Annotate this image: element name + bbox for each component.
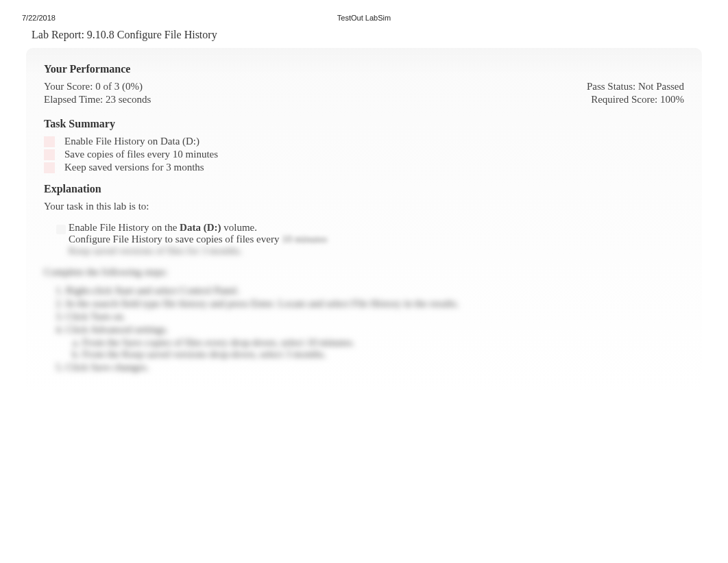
bullet-item: Enable File History on the Data (D:) vol… <box>56 222 684 257</box>
bullet-text: volume. <box>221 222 257 233</box>
explanation-bullets: Enable File History on the Data (D:) vol… <box>56 222 684 257</box>
your-score: Your Score: 0 of 3 (0%) <box>44 81 143 92</box>
step-item: Click Save changes. <box>66 362 684 373</box>
header-app-name: TestOut LabSim <box>337 14 391 22</box>
bullet-text: Enable File History on the <box>69 222 180 233</box>
required-score: Required Score: 100% <box>591 94 684 105</box>
performance-row-2: Elapsed Time: 23 seconds Required Score:… <box>44 94 684 105</box>
step-item: In the search field type file history an… <box>66 298 684 310</box>
fail-icon <box>44 136 55 147</box>
step-item: Click Turn on. <box>66 311 684 323</box>
elapsed-time: Elapsed Time: 23 seconds <box>44 94 151 105</box>
task-item: Enable File History on Data (D:) <box>44 136 684 147</box>
task-text: Save copies of files every 10 minutes <box>64 149 218 160</box>
substeps-list: From the Save copies of files every drop… <box>82 337 684 360</box>
steps-list: Right-click Start and select Control Pan… <box>66 285 684 373</box>
blurred-steps-area: Complete the following steps: Right-clic… <box>44 266 684 373</box>
substep-item: From the Save copies of files every drop… <box>82 337 684 349</box>
explanation-heading: Explanation <box>44 183 684 195</box>
lab-report-title: Lab Report: 9.10.8 Configure File Histor… <box>32 29 728 41</box>
blurred-text: 10 minutes <box>282 234 327 245</box>
fail-icon <box>44 149 55 160</box>
performance-heading: Your Performance <box>44 63 684 75</box>
bullet-bold: Data (D:) <box>180 222 221 233</box>
step-item: Click Advanced settings. From the Save c… <box>66 324 684 360</box>
pass-status: Pass Status: Not Passed <box>587 81 684 92</box>
page-header: 7/22/2018 TestOut LabSim <box>0 0 728 22</box>
task-list: Enable File History on Data (D:) Save co… <box>44 136 684 173</box>
report-content: Your Performance Your Score: 0 of 3 (0%)… <box>26 48 702 395</box>
bullet-icon <box>56 225 66 234</box>
blurred-text: Keep saved versions of files for 3 month… <box>69 245 684 257</box>
substep-item: From the Keep saved versions drop-down, … <box>82 349 684 360</box>
steps-heading: Complete the following steps: <box>44 266 684 278</box>
task-text: Enable File History on Data (D:) <box>64 136 199 147</box>
header-date: 7/22/2018 <box>22 14 56 22</box>
fail-icon <box>44 162 55 173</box>
task-summary-heading: Task Summary <box>44 118 684 130</box>
task-item: Save copies of files every 10 minutes <box>44 149 684 160</box>
bullet-text: Configure File History to save copies of… <box>69 234 282 245</box>
explanation-intro: Your task in this lab is to: <box>44 201 684 212</box>
task-text: Keep saved versions for 3 months <box>64 162 204 173</box>
performance-row-1: Your Score: 0 of 3 (0%) Pass Status: Not… <box>44 81 684 92</box>
task-item: Keep saved versions for 3 months <box>44 162 684 173</box>
step-item: Right-click Start and select Control Pan… <box>66 285 684 297</box>
